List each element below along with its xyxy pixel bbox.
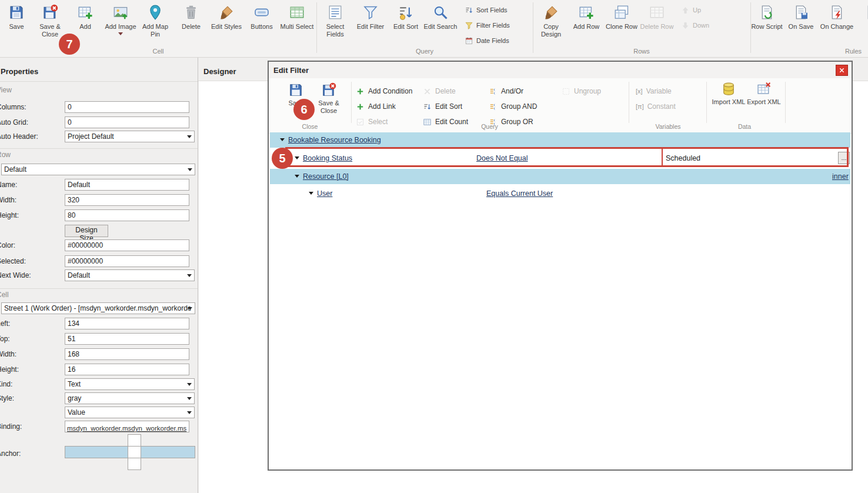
table-delete-icon <box>648 4 666 21</box>
row-script-button[interactable]: Row Script <box>750 1 783 47</box>
export-xml-button[interactable]: Export XML <box>747 79 780 123</box>
name-input[interactable] <box>65 179 189 191</box>
color-input[interactable] <box>65 239 189 251</box>
cell-height-input[interactable] <box>65 364 189 375</box>
save-button[interactable]: Save <box>0 1 33 47</box>
row-height-input[interactable] <box>65 209 189 221</box>
table-add-icon <box>577 4 595 21</box>
toolbar-separator <box>785 82 786 123</box>
design-size-button[interactable]: Design Size <box>65 225 108 237</box>
and-or-button[interactable]: And/Or <box>489 85 523 97</box>
multi-select-button[interactable]: Multi Select <box>281 1 313 47</box>
anchor-right-cell[interactable] <box>141 446 195 458</box>
cell-top-input[interactable] <box>65 333 189 345</box>
cell-left-input[interactable] <box>65 318 189 329</box>
edit-filter-dialog: Edit Filter Save Save & Close Close Add … <box>268 61 853 471</box>
section-row: Row <box>0 151 11 159</box>
next-wide-label: Next Wide: <box>0 271 31 279</box>
edit-search-button[interactable]: Edit Search <box>424 1 457 47</box>
tab-designer[interactable]: Designer <box>203 67 236 76</box>
subcondition-field-link[interactable]: User <box>317 189 332 198</box>
filter-root-entity[interactable]: Bookable Resource Booking <box>288 136 381 144</box>
sort-fields-button[interactable]: Sort Fields <box>465 4 508 16</box>
delete-condition-button: Delete <box>423 85 456 97</box>
binding-field[interactable]: msdyn_workorder.msdyn_workorder.ms <box>65 421 189 432</box>
edit-sort-button[interactable]: Edit Sort <box>389 1 422 47</box>
cell-width-input[interactable] <box>65 348 189 360</box>
save-close-icon <box>321 82 336 98</box>
kind-select[interactable]: Text <box>65 378 195 390</box>
anchor-top-cell[interactable] <box>128 434 141 447</box>
on-change-button[interactable]: On Change <box>820 1 853 47</box>
group-and-button[interactable]: Group AND <box>489 101 537 112</box>
clone-row-button[interactable]: Clone Row <box>605 1 638 47</box>
toolbar-separator <box>351 82 352 123</box>
edit-filter-button[interactable]: Edit Filter <box>354 1 387 47</box>
value-kind-select[interactable]: Value <box>65 407 195 418</box>
copy-design-button[interactable]: Copy Design <box>535 1 567 47</box>
binding-link[interactable]: msdyn_workorder.msdyn_workorder.ms <box>67 425 186 432</box>
selected-color-input[interactable] <box>65 255 189 267</box>
expand-caret-icon[interactable] <box>280 138 285 141</box>
expand-caret-icon[interactable] <box>309 192 313 195</box>
row-width-input[interactable] <box>65 194 189 206</box>
next-wide-select[interactable]: Default <box>65 269 195 281</box>
add-grid-icon <box>76 4 94 21</box>
select-fields-button[interactable]: Select Fields <box>319 1 352 47</box>
copy-design-brush-icon <box>542 4 560 21</box>
add-map-pin-button[interactable]: Add Map Pin <box>139 1 172 47</box>
auto-grid-input[interactable] <box>65 116 189 128</box>
expand-caret-icon[interactable] <box>295 175 299 178</box>
add-row-button[interactable]: Add Row <box>570 1 603 47</box>
filter-fields-button[interactable]: Filter Fields <box>465 19 510 32</box>
button-label: On Change <box>819 23 854 31</box>
edit-styles-button[interactable]: Edit Styles <box>210 1 243 47</box>
add-image-button[interactable]: Add Image <box>104 1 137 47</box>
name-label: Name: <box>0 181 17 189</box>
map-pin-icon <box>146 4 164 21</box>
columns-input[interactable] <box>65 101 189 113</box>
group-and-icon <box>489 102 498 111</box>
join-type-link[interactable]: inner <box>832 172 849 181</box>
table-icon <box>288 4 306 21</box>
button-label: Up <box>693 6 701 14</box>
ribbon-group-label-query: Query <box>316 48 533 55</box>
filter-subcondition-row: User Equals Current User <box>270 186 850 201</box>
button-label: Select Fields <box>318 23 353 38</box>
cell-width-label: Width: <box>0 350 16 358</box>
anchor-left-cell[interactable] <box>65 446 128 458</box>
search-magnifier-icon <box>432 4 449 21</box>
auto-header-select[interactable]: Project Default <box>65 131 195 142</box>
add-link-button[interactable]: Add Link <box>356 101 396 112</box>
delete-button[interactable]: Delete <box>175 1 208 47</box>
edit-sort-small-button[interactable]: Edit Sort <box>423 101 462 112</box>
and-or-icon <box>489 87 498 96</box>
cell-field-select[interactable]: Street 1 (Work Order) - [msdyn_workorder… <box>1 302 195 314</box>
button-label: Add Map Pin <box>138 23 173 38</box>
button-label: Multi Select <box>279 23 315 31</box>
subcondition-operator-link[interactable]: Equals Current User <box>486 189 553 198</box>
on-save-button[interactable]: On Save <box>784 1 817 47</box>
filter-small-icon <box>465 21 473 30</box>
dialog-title-bar: Edit Filter <box>269 62 852 79</box>
dialog-title: Edit Filter <box>273 66 309 75</box>
tab-properties[interactable]: Properties <box>1 67 38 76</box>
anchor-center-cell[interactable] <box>128 446 141 458</box>
anchor-bottom-cell[interactable] <box>128 458 141 470</box>
button-label: Add Image <box>103 23 138 31</box>
annotation-badge-6: 6 <box>293 99 315 120</box>
add-condition-button[interactable]: Add Condition <box>356 85 412 97</box>
date-fields-button[interactable]: Date Fields <box>465 34 509 47</box>
button-label: Clone Row <box>604 23 639 31</box>
dialog-save-close-button[interactable]: Save & Close <box>312 81 345 124</box>
brush-icon <box>218 4 235 21</box>
import-xml-button[interactable]: Import XML <box>712 79 745 123</box>
buttons-button[interactable]: Buttons <box>245 1 278 47</box>
dialog-close-button[interactable] <box>836 65 848 76</box>
style-select[interactable]: gray <box>65 392 195 404</box>
linked-entity-link[interactable]: Resource [L0] <box>303 172 349 181</box>
ribbon-group-label-rules: Rules <box>750 48 868 55</box>
clipped-button[interactable]: Bu <box>856 1 868 47</box>
auto-grid-label: Auto Grid: <box>0 118 28 126</box>
row-style-select[interactable]: Default <box>1 164 195 175</box>
